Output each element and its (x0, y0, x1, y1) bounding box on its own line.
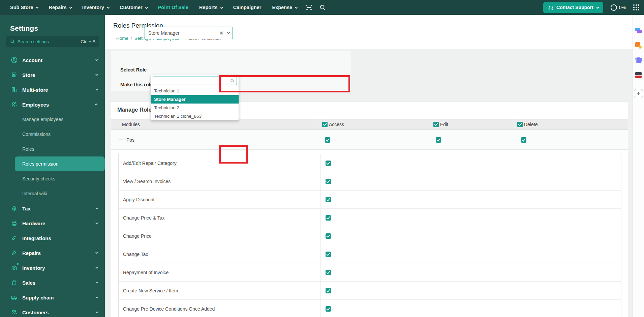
column-edit: Edit (433, 119, 448, 129)
sidebar-item-hardware[interactable]: Hardware (0, 216, 105, 231)
dropdown-search-input[interactable] (153, 77, 237, 85)
permission-row: Change Tax (119, 245, 621, 263)
chevron-down-icon (145, 5, 148, 9)
building-icon (11, 86, 18, 93)
sidebar-item-account[interactable]: Account (0, 53, 105, 67)
store-icon (11, 71, 18, 78)
cards-extension-icon[interactable] (635, 57, 642, 64)
sidebar-item-label: Employees (22, 102, 49, 108)
sidebar-item-multi-store[interactable]: Multi-store (0, 82, 105, 97)
wrench-icon (11, 250, 18, 256)
permission-checkbox[interactable] (326, 161, 331, 166)
permission-checkbox[interactable] (326, 306, 331, 312)
permission-checkbox[interactable] (326, 215, 331, 221)
pos-access-checkbox[interactable] (325, 137, 330, 143)
permission-checkbox[interactable] (326, 179, 331, 184)
nav-label: Repairs (49, 5, 66, 10)
permission-checkbox[interactable] (326, 233, 331, 239)
module-row-pos: Pos (111, 130, 628, 150)
sidebar-item-inventory[interactable]: Inventory (0, 260, 105, 275)
usage-indicator[interactable]: 0% (611, 4, 626, 11)
nav-label: Customer (120, 5, 143, 10)
sidebar-item-security-checks[interactable]: Security checks (0, 171, 105, 186)
contact-support-label: Contact Support (556, 5, 593, 10)
contact-support-button[interactable]: Contact Support (543, 2, 603, 13)
sidebar-item-tax[interactable]: Tax (0, 201, 105, 216)
sidebar-item-sales[interactable]: Sales (0, 275, 105, 290)
chevron-down-icon (596, 5, 600, 9)
sidebar-item-roles[interactable]: Roles (0, 142, 105, 156)
headset-icon (548, 5, 554, 10)
search-icon[interactable] (319, 4, 326, 11)
chevron-down-icon (95, 295, 98, 298)
access-all-checkbox[interactable] (322, 122, 328, 127)
sidebar-item-internal-wiki[interactable]: Internal wiki (0, 186, 105, 201)
permissions-sub-table: Add/Edit Repair Category View / Search I… (118, 154, 621, 317)
sidebar-item-label: Store (22, 72, 35, 78)
sidebar-item-employees[interactable]: Employees (0, 97, 105, 112)
sidebar-item-manage-employees[interactable]: Manage employees (0, 112, 105, 127)
chevron-up-icon (95, 103, 97, 106)
apps-grid-icon[interactable] (633, 4, 639, 10)
chat-extension-icon[interactable] (635, 27, 642, 34)
nav-point-of-sale[interactable]: Point Of Sale (153, 5, 194, 10)
nav-customer[interactable]: Customer (114, 5, 153, 10)
dropdown-option-selected[interactable]: Store Manager (151, 95, 239, 104)
permission-row: Repayment of Invoice (119, 263, 621, 282)
clear-icon[interactable]: ✕ (219, 30, 223, 36)
chevron-down-icon (69, 5, 72, 9)
orange-extension-icon[interactable] (635, 42, 642, 49)
delete-all-checkbox[interactable] (517, 122, 523, 127)
stack-extension-icon[interactable] (635, 71, 642, 79)
chevron-down-icon (95, 88, 98, 90)
pos-edit-checkbox[interactable] (436, 137, 441, 143)
sidebar-item-label: Integrations (22, 235, 51, 241)
nav-sub-store[interactable]: Sub Store (5, 5, 43, 10)
role-dropdown: Technician 1 Store Manager Technician 2 … (151, 75, 239, 120)
sidebar-item-label: Sales (22, 280, 35, 286)
barcode-scan-icon[interactable] (306, 4, 312, 11)
dropdown-option[interactable]: Technician 1 (151, 87, 239, 95)
usage-circle-icon (611, 4, 617, 11)
sidebar-item-roles-permission[interactable]: Roles permission (15, 156, 105, 171)
dropdown-option[interactable]: Technician 2 (151, 104, 239, 112)
sidebar-item-store[interactable]: Store (0, 67, 105, 82)
nav-inventory[interactable]: Inventory (77, 5, 114, 10)
nav-campaigner[interactable]: Campaigner (228, 5, 267, 10)
edit-all-checkbox[interactable] (433, 122, 439, 127)
chevron-down-icon (295, 5, 298, 9)
people-icon (11, 309, 18, 316)
sidebar-item-commissions[interactable]: Commissions (0, 127, 105, 142)
sidebar-item-repairs[interactable]: Repairs (0, 246, 105, 260)
chevron-down-icon (95, 58, 98, 61)
role-select[interactable]: Store Manager ✕ (145, 27, 233, 39)
browser-side-rail: + (633, 15, 644, 317)
chevron-down-icon (220, 5, 223, 9)
collapse-icon[interactable] (119, 140, 123, 140)
permission-checkbox[interactable] (326, 288, 331, 293)
chevron-down-icon (106, 5, 110, 9)
sidebar-item-label: Multi-store (22, 87, 48, 93)
sidebar-item-supply-chain[interactable]: Supply chain (0, 290, 105, 305)
settings-search-input[interactable]: Search settings Ctrl + S (6, 36, 99, 47)
search-icon (230, 79, 235, 83)
nav-repairs[interactable]: Repairs (43, 5, 76, 10)
breadcrumb-home[interactable]: Home (116, 36, 128, 41)
module-name: Pos (126, 137, 134, 143)
sidebar-item-label: Hardware (22, 221, 45, 226)
sidebar-item-integrations[interactable]: Integrations (0, 231, 105, 246)
sidebar-item-label: Inventory (22, 265, 45, 271)
chevron-down-icon (95, 206, 98, 209)
chevron-down-icon (95, 281, 98, 283)
sidebar-item-label: Repairs (22, 250, 41, 256)
sidebar-item-customers[interactable]: Customers (0, 305, 105, 317)
permission-row: Change Price (119, 227, 621, 245)
nav-expense[interactable]: Expense (267, 5, 303, 10)
add-extension-button[interactable]: + (634, 89, 643, 98)
permission-checkbox[interactable] (326, 270, 331, 275)
dropdown-option[interactable]: Technician 1 clone_863 (151, 112, 239, 120)
nav-reports[interactable]: Reports (194, 5, 228, 10)
permission-checkbox[interactable] (326, 197, 331, 202)
permission-checkbox[interactable] (326, 252, 331, 257)
pos-delete-checkbox[interactable] (521, 137, 526, 143)
